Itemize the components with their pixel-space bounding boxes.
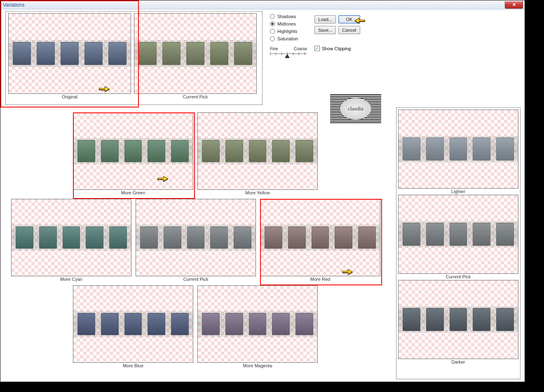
cell-more-green: More Green bbox=[73, 112, 193, 195]
current-wrap: Current Pick bbox=[134, 13, 257, 99]
show-clipping-row[interactable]: Show Clipping bbox=[314, 46, 351, 51]
thumb-darker[interactable] bbox=[398, 280, 518, 359]
brightness-column: Lighter Current Pick Darker bbox=[396, 107, 521, 379]
current-label: Current Pick bbox=[134, 94, 257, 99]
show-clipping-checkbox[interactable] bbox=[314, 46, 320, 51]
top-panel: Original Current Pick bbox=[5, 11, 263, 105]
cancel-button[interactable]: Cancel bbox=[338, 26, 360, 34]
save-button[interactable]: Save... bbox=[314, 26, 336, 34]
cell-more-red: More Red bbox=[260, 199, 380, 282]
cell-darker: Darker bbox=[398, 280, 518, 364]
thumb-original[interactable] bbox=[8, 13, 131, 94]
thumb-current-top[interactable] bbox=[134, 13, 257, 94]
watermark: claudia bbox=[330, 94, 381, 123]
window-title: Variations bbox=[3, 2, 24, 8]
variations-dialog: Variations ✕ Original Current Pick Shado… bbox=[0, 0, 525, 382]
original-wrap: Original bbox=[8, 13, 131, 99]
thumb-more-cyan[interactable] bbox=[11, 199, 131, 276]
titlebar: Variations ✕ bbox=[0, 0, 525, 9]
fine-coarse-slider[interactable]: FineCoarse bbox=[270, 47, 307, 58]
thumb-more-yellow[interactable] bbox=[197, 112, 318, 190]
thumb-more-green[interactable] bbox=[73, 112, 193, 190]
cell-more-yellow: More Yellow bbox=[197, 112, 318, 195]
cell-more-magenta: More Magenta bbox=[197, 285, 318, 368]
close-icon: ✕ bbox=[512, 2, 516, 7]
radio-saturation[interactable]: Saturation bbox=[270, 35, 369, 42]
cell-more-cyan: More Cyan bbox=[11, 199, 131, 282]
cell-more-blue: More Blue bbox=[73, 285, 193, 368]
thumb-lighter[interactable] bbox=[398, 110, 518, 189]
thumb-current-right[interactable] bbox=[398, 195, 518, 274]
dialog-buttons: Load... OK Save... Cancel bbox=[314, 15, 360, 34]
thumb-more-magenta[interactable] bbox=[197, 285, 318, 363]
show-clipping-label: Show Clipping bbox=[322, 46, 351, 51]
close-button[interactable]: ✕ bbox=[505, 1, 523, 9]
cell-current-right: Current Pick bbox=[398, 195, 518, 279]
cell-lighter: Lighter bbox=[398, 110, 518, 194]
cell-current-pick: Current Pick bbox=[136, 199, 256, 282]
ok-button[interactable]: OK bbox=[338, 15, 360, 23]
thumb-current-center[interactable] bbox=[136, 199, 256, 276]
original-label: Original bbox=[8, 94, 131, 99]
load-button[interactable]: Load... bbox=[314, 15, 336, 23]
thumb-more-red[interactable] bbox=[260, 199, 380, 276]
thumb-more-blue[interactable] bbox=[73, 285, 193, 363]
